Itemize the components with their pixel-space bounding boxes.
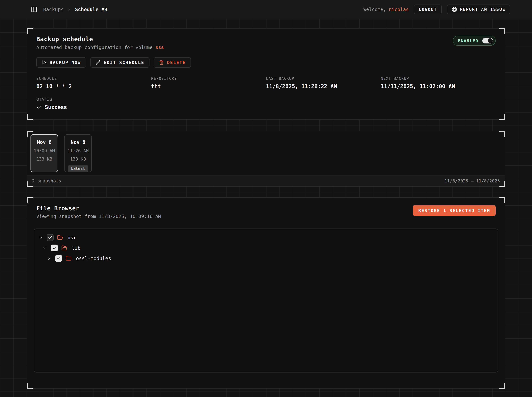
snapshot-time: 11:26 AM: [68, 148, 89, 153]
corner-bracket: [499, 181, 505, 187]
chevron-down-icon[interactable]: [38, 235, 43, 240]
snapshots-panel: Nov 8 10:09 AM 133 KB Nov 8 11:26 AM 133…: [27, 131, 505, 187]
trash-icon: [159, 60, 164, 65]
field-label: LAST BACKUP: [266, 76, 381, 81]
checkbox-ossl-modules[interactable]: [55, 255, 62, 262]
file-browser-subtitle: Viewing snapshot from 11/8/2025, 10:09:1…: [36, 214, 161, 219]
corner-bracket: [27, 114, 33, 120]
schedule-fields: SCHEDULE 02 10 * * 2 REPOSITORY ttt LAST…: [36, 76, 496, 90]
snapshot-card[interactable]: Nov 8 11:26 AM 133 KB Latest: [64, 134, 92, 172]
subtitle-prefix: Automated backup configuration for volum…: [36, 45, 152, 50]
welcome-prefix: Welcome,: [363, 7, 386, 12]
snapshot-date: Nov 8: [37, 139, 52, 145]
tree-row-usr[interactable]: usr: [38, 232, 494, 243]
corner-bracket: [499, 383, 505, 389]
file-tree: usr lib: [34, 229, 498, 372]
field-label: NEXT BACKUP: [381, 76, 496, 81]
breadcrumb: Backups Schedule #3: [43, 7, 107, 12]
schedule-panel-header: Backup schedule Automated backup configu…: [36, 36, 496, 50]
schedule-panel-titles: Backup schedule Automated backup configu…: [36, 36, 164, 50]
backup-now-button[interactable]: BACKUP NOW: [36, 57, 86, 68]
field-label: REPOSITORY: [151, 76, 266, 81]
chevron-right-icon: [67, 7, 71, 12]
tree-item-name: lib: [72, 245, 81, 251]
corner-bracket: [499, 28, 505, 34]
checkbox-lib[interactable]: [51, 245, 58, 251]
snapshots-footer: 2 snapshots 11/8/2025 – 11/8/2025: [27, 175, 505, 186]
snapshot-card-selected[interactable]: Nov 8 10:09 AM 133 KB: [31, 134, 58, 172]
corner-bracket: [27, 28, 33, 34]
chevron-down-icon[interactable]: [43, 246, 47, 250]
status-text: Success: [44, 104, 67, 110]
top-bar: Backups Schedule #3 Welcome, nicolas LOG…: [0, 0, 532, 19]
field-last-backup: LAST BACKUP 11/8/2025, 11:26:22 AM: [266, 76, 381, 90]
corner-bracket: [499, 131, 505, 137]
schedule-actions: BACKUP NOW EDIT SCHEDULE DELETE: [36, 57, 496, 68]
backup-now-label: BACKUP NOW: [50, 60, 81, 65]
schedule-subtitle: Automated backup configuration for volum…: [36, 45, 164, 50]
file-browser-panel: File Browser Viewing snapshot from 11/8/…: [27, 197, 505, 389]
pencil-icon: [95, 60, 101, 65]
field-schedule: SCHEDULE 02 10 * * 2: [36, 76, 151, 90]
field-value: ttt: [151, 83, 266, 90]
edit-schedule-label: EDIT SCHEDULE: [104, 60, 144, 65]
toggle-switch[interactable]: [482, 38, 493, 43]
tree-item-name: ossl-modules: [76, 256, 111, 261]
tree-row-lib[interactable]: lib: [38, 243, 494, 253]
snapshot-size: 133 KB: [36, 156, 52, 161]
field-next-backup: NEXT BACKUP 11/11/2025, 11:02:00 AM: [381, 76, 496, 90]
edit-schedule-button[interactable]: EDIT SCHEDULE: [90, 57, 149, 68]
snapshot-size: 133 KB: [70, 156, 86, 161]
file-browser-title: File Browser: [36, 205, 161, 212]
folder-open-icon: [61, 245, 67, 251]
corner-bracket: [27, 181, 33, 187]
delete-label: DELETE: [167, 60, 186, 65]
logout-button[interactable]: LOGOUT: [414, 5, 442, 14]
latest-badge: Latest: [68, 165, 88, 172]
chevron-right-icon[interactable]: [47, 256, 52, 261]
tree-row-ossl-modules[interactable]: ossl-modules: [38, 253, 494, 264]
field-value: 11/11/2025, 11:02:00 AM: [381, 83, 496, 90]
sidebar-toggle-button[interactable]: [31, 6, 37, 13]
report-issue-button[interactable]: REPORT AN ISSUE: [447, 5, 510, 14]
field-repository: REPOSITORY ttt: [151, 76, 266, 90]
username: nicolas: [389, 7, 409, 12]
report-issue-label: REPORT AN ISSUE: [460, 7, 505, 12]
status-block: STATUS Success: [36, 97, 496, 110]
delete-button[interactable]: DELETE: [154, 57, 191, 68]
check-icon: [36, 105, 42, 110]
folder-icon: [66, 255, 71, 261]
checkbox-usr[interactable]: [47, 234, 54, 241]
toggle-knob: [488, 38, 493, 43]
breadcrumb-current: Schedule #3: [75, 7, 107, 12]
lifebuoy-icon: [452, 7, 457, 12]
file-browser-titles: File Browser Viewing snapshot from 11/8/…: [36, 205, 161, 219]
page-title: Backup schedule: [36, 36, 164, 43]
folder-open-icon: [57, 235, 63, 241]
corner-bracket: [27, 197, 33, 203]
top-bar-right: Welcome, nicolas LOGOUT REPORT AN ISSUE: [363, 5, 510, 14]
corner-bracket: [499, 114, 505, 120]
snapshot-date-range: 11/8/2025 – 11/8/2025: [444, 178, 500, 183]
snapshot-date: Nov 8: [71, 139, 85, 145]
file-browser-header: File Browser Viewing snapshot from 11/8/…: [34, 205, 498, 219]
tree-item-name: usr: [68, 235, 76, 241]
breadcrumb-backups[interactable]: Backups: [43, 7, 64, 12]
snapshot-count: 2 snapshots: [32, 178, 61, 183]
corner-bracket: [499, 197, 505, 203]
volume-name: sss: [155, 45, 164, 50]
field-label: SCHEDULE: [36, 76, 151, 81]
field-value: 11/8/2025, 11:26:22 AM: [266, 83, 381, 90]
welcome-text: Welcome, nicolas: [363, 7, 409, 12]
status-label: STATUS: [36, 97, 496, 102]
restore-selected-button[interactable]: RESTORE 1 SELECTED ITEM: [413, 205, 496, 216]
field-value: 02 10 * * 2: [36, 83, 151, 90]
corner-bracket: [27, 131, 33, 137]
panel-left-icon: [31, 6, 37, 13]
backup-schedule-panel: Backup schedule Automated backup configu…: [27, 28, 505, 120]
enabled-toggle[interactable]: ENABLED: [453, 36, 496, 46]
top-bar-left: Backups Schedule #3: [31, 6, 107, 13]
enabled-label: ENABLED: [458, 38, 478, 43]
main-content: Backup schedule Automated backup configu…: [0, 19, 532, 397]
corner-bracket: [27, 383, 33, 389]
